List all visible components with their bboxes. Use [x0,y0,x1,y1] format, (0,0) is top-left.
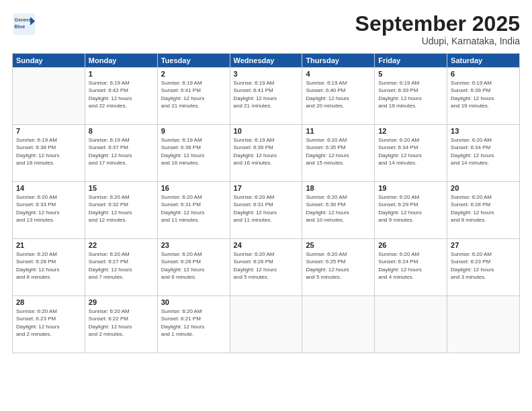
calendar-cell: 27Sunrise: 6:20 AM Sunset: 6:23 PM Dayli… [447,239,520,296]
calendar-week-2: 7Sunrise: 6:19 AM Sunset: 6:38 PM Daylig… [13,125,520,182]
day-number: 9 [161,127,226,135]
day-info: Sunrise: 6:20 AM Sunset: 6:33 PM Dayligh… [16,193,81,224]
svg-text:Blue: Blue [15,24,26,30]
weekday-header-tuesday: Tuesday [157,54,230,68]
calendar-cell: 20Sunrise: 6:20 AM Sunset: 6:28 PM Dayli… [447,182,520,239]
calendar-cell: 9Sunrise: 6:19 AM Sunset: 6:36 PM Daylig… [157,125,230,182]
day-info: Sunrise: 6:20 AM Sunset: 6:32 PM Dayligh… [89,193,154,224]
calendar-cell: 24Sunrise: 6:20 AM Sunset: 6:26 PM Dayli… [230,239,302,296]
calendar-cell: 25Sunrise: 6:20 AM Sunset: 6:25 PM Dayli… [302,239,375,296]
calendar-cell: 28Sunrise: 6:20 AM Sunset: 6:23 PM Dayli… [13,296,85,353]
calendar-cell: 22Sunrise: 6:20 AM Sunset: 6:27 PM Dayli… [85,239,157,296]
weekday-header-monday: Monday [85,54,157,68]
calendar-cell: 11Sunrise: 6:20 AM Sunset: 6:35 PM Dayli… [302,125,375,182]
day-number: 18 [306,184,371,192]
day-info: Sunrise: 6:20 AM Sunset: 6:30 PM Dayligh… [306,193,371,224]
day-number: 26 [378,241,443,249]
calendar-cell: 18Sunrise: 6:20 AM Sunset: 6:30 PM Dayli… [302,182,375,239]
calendar-cell: 10Sunrise: 6:19 AM Sunset: 6:36 PM Dayli… [230,125,302,182]
calendar-cell: 30Sunrise: 6:20 AM Sunset: 6:21 PM Dayli… [157,296,230,353]
day-number: 17 [234,184,299,192]
day-info: Sunrise: 6:19 AM Sunset: 6:37 PM Dayligh… [89,136,154,167]
day-info: Sunrise: 6:20 AM Sunset: 6:23 PM Dayligh… [16,308,81,338]
day-info: Sunrise: 6:19 AM Sunset: 6:41 PM Dayligh… [161,79,226,109]
day-info: Sunrise: 6:19 AM Sunset: 6:38 PM Dayligh… [16,136,81,167]
day-info: Sunrise: 6:19 AM Sunset: 6:39 PM Dayligh… [451,79,516,109]
day-number: 5 [378,70,443,78]
day-info: Sunrise: 6:20 AM Sunset: 6:28 PM Dayligh… [16,250,81,281]
day-info: Sunrise: 6:20 AM Sunset: 6:34 PM Dayligh… [451,136,516,167]
month-year-title: September 2025 [355,12,520,36]
day-number: 8 [89,127,154,135]
day-number: 7 [16,127,81,135]
day-number: 15 [89,184,154,192]
location-subtitle: Udupi, Karnataka, India [355,36,520,46]
calendar-cell: 21Sunrise: 6:20 AM Sunset: 6:28 PM Dayli… [13,239,85,296]
calendar-cell: 16Sunrise: 6:20 AM Sunset: 6:31 PM Dayli… [157,182,230,239]
day-info: Sunrise: 6:20 AM Sunset: 6:28 PM Dayligh… [451,193,516,224]
calendar-cell: 13Sunrise: 6:20 AM Sunset: 6:34 PM Dayli… [447,125,520,182]
calendar-cell: 3Sunrise: 6:19 AM Sunset: 6:41 PM Daylig… [230,68,302,125]
day-number: 6 [451,70,516,78]
day-number: 19 [378,184,443,192]
weekday-header-sunday: Sunday [13,54,85,68]
day-number: 1 [89,70,154,78]
weekday-header-row: SundayMondayTuesdayWednesdayThursdayFrid… [13,54,520,68]
weekday-header-friday: Friday [375,54,447,68]
day-number: 20 [451,184,516,192]
calendar-cell [13,68,85,125]
calendar-cell: 29Sunrise: 6:20 AM Sunset: 6:22 PM Dayli… [85,296,157,353]
day-number: 27 [451,241,516,249]
day-number: 10 [234,127,299,135]
day-number: 21 [16,241,81,249]
weekday-header-thursday: Thursday [302,54,375,68]
day-number: 22 [89,241,154,249]
day-number: 24 [234,241,299,249]
day-info: Sunrise: 6:19 AM Sunset: 6:42 PM Dayligh… [89,79,154,109]
calendar-week-1: 1Sunrise: 6:19 AM Sunset: 6:42 PM Daylig… [13,68,520,125]
day-number: 3 [234,70,299,78]
weekday-header-saturday: Saturday [447,54,520,68]
calendar-cell: 8Sunrise: 6:19 AM Sunset: 6:37 PM Daylig… [85,125,157,182]
calendar-cell: 17Sunrise: 6:20 AM Sunset: 6:31 PM Dayli… [230,182,302,239]
weekday-header-wednesday: Wednesday [230,54,302,68]
day-info: Sunrise: 6:20 AM Sunset: 6:21 PM Dayligh… [161,308,226,338]
day-number: 23 [161,241,226,249]
day-info: Sunrise: 6:20 AM Sunset: 6:27 PM Dayligh… [89,250,154,281]
day-number: 29 [89,298,154,306]
day-info: Sunrise: 6:20 AM Sunset: 6:26 PM Dayligh… [161,250,226,281]
calendar-cell [302,296,375,353]
day-info: Sunrise: 6:20 AM Sunset: 6:29 PM Dayligh… [378,193,443,224]
day-info: Sunrise: 6:19 AM Sunset: 6:36 PM Dayligh… [161,136,226,167]
day-info: Sunrise: 6:19 AM Sunset: 6:36 PM Dayligh… [234,136,299,167]
day-info: Sunrise: 6:19 AM Sunset: 6:39 PM Dayligh… [378,79,443,109]
calendar-cell: 4Sunrise: 6:19 AM Sunset: 6:40 PM Daylig… [302,68,375,125]
day-info: Sunrise: 6:20 AM Sunset: 6:24 PM Dayligh… [378,250,443,281]
calendar-cell: 19Sunrise: 6:20 AM Sunset: 6:29 PM Dayli… [375,182,447,239]
svg-text:General: General [15,17,33,23]
calendar-cell: 14Sunrise: 6:20 AM Sunset: 6:33 PM Dayli… [13,182,85,239]
day-info: Sunrise: 6:20 AM Sunset: 6:25 PM Dayligh… [306,250,371,281]
title-block: September 2025 Udupi, Karnataka, India [355,12,520,46]
calendar-cell: 26Sunrise: 6:20 AM Sunset: 6:24 PM Dayli… [375,239,447,296]
day-number: 11 [306,127,371,135]
day-info: Sunrise: 6:20 AM Sunset: 6:31 PM Dayligh… [161,193,226,224]
calendar-cell: 7Sunrise: 6:19 AM Sunset: 6:38 PM Daylig… [13,125,85,182]
calendar-cell [375,296,447,353]
day-number: 14 [16,184,81,192]
day-info: Sunrise: 6:20 AM Sunset: 6:35 PM Dayligh… [306,136,371,167]
day-info: Sunrise: 6:19 AM Sunset: 6:41 PM Dayligh… [234,79,299,109]
calendar-week-4: 21Sunrise: 6:20 AM Sunset: 6:28 PM Dayli… [13,239,520,296]
calendar-cell: 5Sunrise: 6:19 AM Sunset: 6:39 PM Daylig… [375,68,447,125]
calendar-cell: 6Sunrise: 6:19 AM Sunset: 6:39 PM Daylig… [447,68,520,125]
header: General Blue September 2025 Udupi, Karna… [12,12,520,46]
calendar-week-3: 14Sunrise: 6:20 AM Sunset: 6:33 PM Dayli… [13,182,520,239]
day-number: 4 [306,70,371,78]
day-number: 25 [306,241,371,249]
day-info: Sunrise: 6:20 AM Sunset: 6:31 PM Dayligh… [234,193,299,224]
calendar-cell: 23Sunrise: 6:20 AM Sunset: 6:26 PM Dayli… [157,239,230,296]
day-number: 13 [451,127,516,135]
page: General Blue September 2025 Udupi, Karna… [0,0,532,411]
day-info: Sunrise: 6:20 AM Sunset: 6:34 PM Dayligh… [378,136,443,167]
calendar-cell [447,296,520,353]
